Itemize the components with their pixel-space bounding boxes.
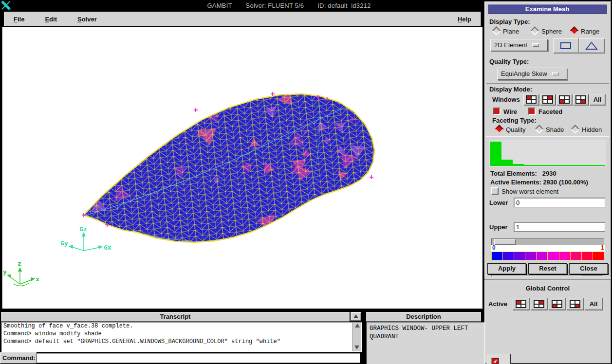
tri-element-button[interactable] <box>579 38 604 53</box>
window-all-button[interactable]: All <box>590 94 605 105</box>
graphics-window[interactable]: Gz Gy Gx z y x <box>2 27 482 309</box>
scale-labels: 0 1 <box>491 245 605 252</box>
option-menu-icon <box>552 72 559 75</box>
panel-title: Examine Mesh <box>488 4 607 14</box>
scale-segment <box>559 252 571 260</box>
checkbox-label: Wire <box>503 108 517 115</box>
active-bottom-right-button[interactable] <box>567 298 583 310</box>
faceting-type-label: Faceting Type: <box>492 117 537 124</box>
separator <box>486 136 609 137</box>
quad-element-button[interactable] <box>553 38 578 53</box>
transcript-line: Command> window modify shade <box>1 330 362 338</box>
active-top-left-button[interactable] <box>513 298 529 310</box>
gz-axis-label: Gz <box>79 225 87 233</box>
faceting-radio-shade[interactable]: Shade <box>536 126 564 133</box>
window-bottom-left-button[interactable] <box>556 94 572 105</box>
session-id: ID: default_id3212 <box>317 2 371 9</box>
global-axis-triad: Gz Gy Gx <box>60 225 111 251</box>
total-elements-value: 2930 <box>542 170 556 177</box>
window-quadrant-icon <box>552 300 562 308</box>
y-axis-label: y <box>3 268 7 275</box>
window-top-right-button[interactable] <box>540 94 556 105</box>
lower-slider-thumb[interactable] <box>494 239 516 245</box>
active-elements-label: Active Elements: <box>490 179 541 186</box>
radio-icon <box>530 26 539 35</box>
radio-label: Hidden <box>582 126 602 133</box>
all-label: All <box>593 96 602 103</box>
radio-icon <box>535 125 543 133</box>
scale-segment <box>514 252 525 260</box>
reset-button[interactable]: Reset <box>528 263 567 274</box>
faceted-checkbox[interactable]: Faceted <box>528 108 562 115</box>
close-button[interactable]: Close <box>569 263 608 274</box>
show-worst-checkbox[interactable]: Show worst element <box>491 187 558 195</box>
menu-edit[interactable]: Edit <box>43 15 59 24</box>
display-type-radio-plane[interactable]: Plane <box>493 28 519 35</box>
radio-label: Quality <box>506 126 525 133</box>
display-type-label: Display Type: <box>489 18 530 25</box>
total-elements-label: Total Elements: <box>490 170 537 177</box>
quality-type-label: Quality Type: <box>489 58 529 65</box>
expand-arrow-icon <box>353 314 358 318</box>
display-type-radio-sphere[interactable]: Sphere <box>532 28 562 35</box>
description-text: GRAPHICS WINDOW- UPPER LEFT QUADRANT <box>366 322 488 364</box>
element-shape-buttons <box>553 38 604 53</box>
radio-icon <box>571 125 579 133</box>
quality-color-scale <box>491 252 604 260</box>
command-label: Command: <box>0 352 37 364</box>
separator <box>484 277 611 278</box>
transcript-log[interactable]: Smoothing of face v_face.38 complete. Co… <box>1 322 362 352</box>
checkbox-unchecked-icon <box>491 187 499 195</box>
menu-file[interactable]: File <box>12 15 26 24</box>
active-top-right-button[interactable] <box>531 298 547 310</box>
solver-label: Solver: FLUENT 5/6 <box>246 2 304 9</box>
apply-button[interactable]: Apply <box>487 263 526 274</box>
lower-input[interactable] <box>514 198 605 207</box>
scroll-down-icon <box>354 346 359 349</box>
app-title: GAMBIT <box>207 2 232 9</box>
active-bottom-left-button[interactable] <box>549 298 565 310</box>
faceting-radio-hidden[interactable]: Hidden <box>572 126 602 133</box>
window-bottom-right-button[interactable] <box>573 94 589 105</box>
transcript-title: Transcript <box>160 313 191 320</box>
scale-segment <box>548 252 559 260</box>
active-all-button[interactable]: All <box>585 298 602 310</box>
window-quadrant-icon <box>575 95 586 104</box>
faceting-radio-quality[interactable]: Quality <box>496 126 525 133</box>
app-logo-icon <box>0 0 12 11</box>
dropdown-value: EquiAngle Skew <box>501 70 547 77</box>
display-type-radio-range[interactable]: Range <box>571 28 599 35</box>
wire-checkbox[interactable]: Wire <box>493 108 517 115</box>
upper-input[interactable] <box>514 222 605 232</box>
window-quadrant-icon <box>570 300 580 308</box>
scale-segment <box>492 252 503 260</box>
element-type-dropdown[interactable]: 2D Element <box>490 39 548 51</box>
quality-type-dropdown[interactable]: EquiAngle Skew <box>497 68 567 80</box>
transcript-header: Transcript <box>1 312 350 322</box>
window-quadrant-icon <box>542 95 553 104</box>
menu-help[interactable]: Help <box>456 15 473 24</box>
checkbox-checked-icon <box>528 108 536 115</box>
histogram-bar <box>490 142 501 166</box>
tri-element-icon <box>585 41 598 50</box>
windows-label: Windows <box>492 96 520 103</box>
window-quadrant-icon <box>516 300 526 308</box>
window-quadrant-icon <box>534 300 544 308</box>
active-label: Active <box>488 300 507 308</box>
transcript-scrollbar[interactable] <box>352 323 361 351</box>
separator <box>486 83 609 84</box>
fit-to-window-button[interactable] <box>487 354 510 364</box>
window-top-left-button[interactable] <box>523 94 539 105</box>
radio-icon <box>492 26 501 35</box>
radio-label: Shade <box>546 126 564 133</box>
z-axis-label: z <box>18 260 21 267</box>
menu-solver[interactable]: Solver <box>75 15 99 24</box>
lower-slider[interactable] <box>491 238 604 245</box>
scale-segment <box>571 252 582 260</box>
fit-to-window-icon <box>491 357 506 364</box>
active-elements-value: 2930 (100.00%) <box>543 179 588 186</box>
mesh-surface <box>75 86 382 251</box>
transcript-expand-button[interactable] <box>351 312 361 321</box>
checkbox-checked-icon <box>493 108 501 115</box>
command-input[interactable] <box>36 353 360 363</box>
